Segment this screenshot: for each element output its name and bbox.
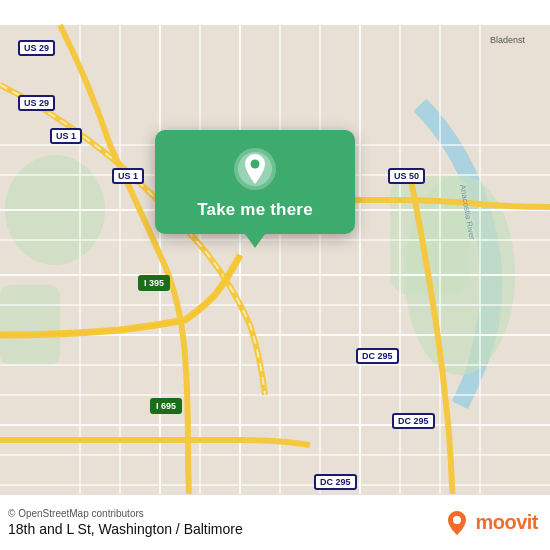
bottom-bar: © OpenStreetMap contributors 18th and L …	[0, 494, 550, 550]
badge-i695: I 695	[150, 398, 182, 414]
attribution-text: © OpenStreetMap contributors	[8, 508, 243, 519]
badge-dc295-2: DC 295	[392, 413, 435, 429]
bottom-bar-left: © OpenStreetMap contributors 18th and L …	[8, 508, 243, 537]
badge-i395: I 395	[138, 275, 170, 291]
location-pin-icon	[232, 146, 278, 192]
moovit-pin-icon	[443, 509, 471, 537]
location-name-text: 18th and L St, Washington / Baltimore	[8, 521, 243, 537]
badge-us50: US 50	[388, 168, 425, 184]
moovit-label: moovit	[475, 511, 538, 534]
location-card[interactable]: Take me there	[155, 130, 355, 234]
badge-us1-2: US 1	[112, 168, 144, 184]
map-background: Bladenst Anacostia River	[0, 0, 550, 550]
map-container: Bladenst Anacostia River US 29 US 29 US …	[0, 0, 550, 550]
badge-dc295-1: DC 295	[356, 348, 399, 364]
badge-us1-1: US 1	[50, 128, 82, 144]
badge-dc295-3: DC 295	[314, 474, 357, 490]
svg-text:Bladenst: Bladenst	[490, 35, 526, 45]
moovit-logo: moovit	[443, 509, 538, 537]
svg-rect-4	[0, 285, 60, 365]
take-me-there-button[interactable]: Take me there	[197, 200, 313, 220]
badge-us29-2: US 29	[18, 95, 55, 111]
svg-point-32	[251, 160, 260, 169]
badge-us29-1: US 29	[18, 40, 55, 56]
svg-point-33	[453, 516, 461, 524]
